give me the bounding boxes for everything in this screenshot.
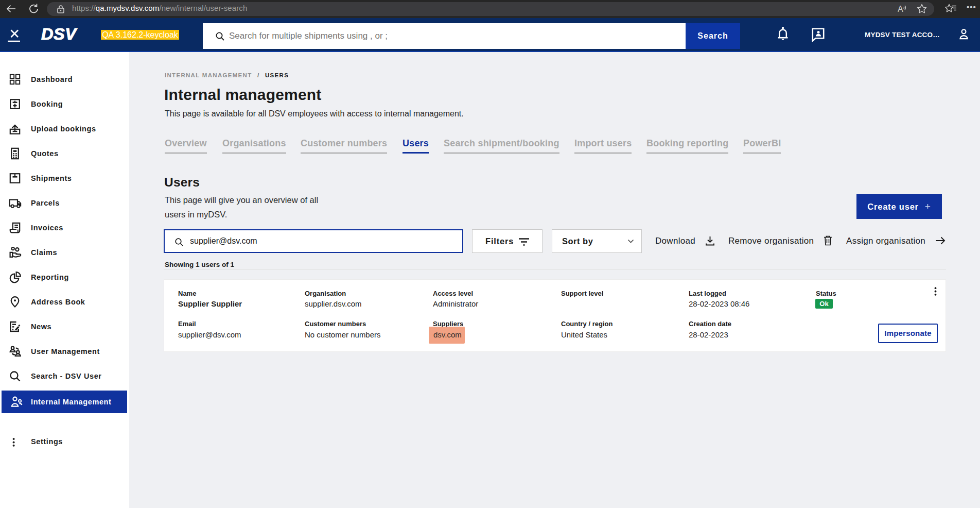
svg-text:A: A — [898, 5, 903, 13]
svg-text:DSV: DSV — [41, 26, 78, 41]
